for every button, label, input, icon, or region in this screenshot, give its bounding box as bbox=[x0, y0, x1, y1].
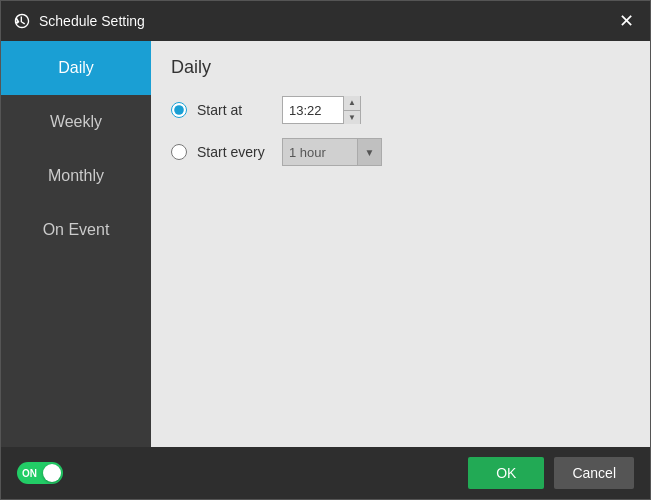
footer: ON OK Cancel bbox=[1, 447, 650, 499]
sidebar-item-daily[interactable]: Daily bbox=[1, 41, 151, 95]
sidebar-item-on-event[interactable]: On Event bbox=[1, 203, 151, 257]
time-down-button[interactable]: ▼ bbox=[344, 110, 360, 125]
toggle-wrapper[interactable]: ON bbox=[17, 462, 63, 484]
interval-dropdown[interactable]: 1 hour 2 hours 3 hours 6 hours 12 hours bbox=[283, 139, 357, 165]
on-off-toggle[interactable]: ON bbox=[17, 462, 63, 484]
start-at-radio[interactable] bbox=[171, 102, 187, 118]
start-at-label: Start at bbox=[197, 102, 272, 118]
sidebar-item-monthly[interactable]: Monthly bbox=[1, 149, 151, 203]
time-input-wrapper: ▲ ▼ bbox=[282, 96, 361, 124]
start-every-radio[interactable] bbox=[171, 144, 187, 160]
dialog-title: Schedule Setting bbox=[39, 13, 145, 29]
toggle-on-label: ON bbox=[22, 468, 37, 479]
content-area: Daily Weekly Monthly On Event Daily Star… bbox=[1, 41, 650, 447]
main-panel: Daily Start at ▲ ▼ Start every bbox=[151, 41, 650, 447]
close-button[interactable]: ✕ bbox=[615, 10, 638, 32]
schedule-icon bbox=[13, 12, 31, 30]
sidebar-item-weekly[interactable]: Weekly bbox=[1, 95, 151, 149]
time-input[interactable] bbox=[283, 97, 343, 123]
start-every-row: Start every 1 hour 2 hours 3 hours 6 hou… bbox=[171, 138, 630, 166]
spin-buttons: ▲ ▼ bbox=[343, 96, 360, 124]
time-up-button[interactable]: ▲ bbox=[344, 96, 360, 110]
schedule-setting-dialog: Schedule Setting ✕ Daily Weekly Monthly … bbox=[0, 0, 651, 500]
start-every-label: Start every bbox=[197, 144, 272, 160]
main-title: Daily bbox=[171, 57, 630, 78]
cancel-button[interactable]: Cancel bbox=[554, 457, 634, 489]
footer-buttons: OK Cancel bbox=[468, 457, 634, 489]
ok-button[interactable]: OK bbox=[468, 457, 544, 489]
dropdown-arrow-icon: ▼ bbox=[357, 139, 381, 165]
sidebar: Daily Weekly Monthly On Event bbox=[1, 41, 151, 447]
interval-dropdown-wrapper: 1 hour 2 hours 3 hours 6 hours 12 hours … bbox=[282, 138, 382, 166]
start-at-row: Start at ▲ ▼ bbox=[171, 96, 630, 124]
toggle-thumb bbox=[43, 464, 61, 482]
title-bar-left: Schedule Setting bbox=[13, 12, 145, 30]
title-bar: Schedule Setting ✕ bbox=[1, 1, 650, 41]
